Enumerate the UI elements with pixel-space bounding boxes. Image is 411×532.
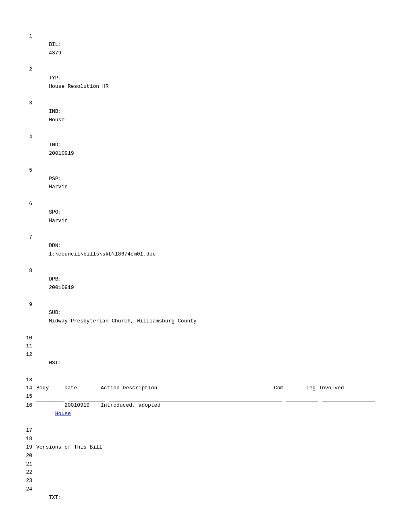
col-header-body: Body [36, 384, 64, 393]
field-label-inb: INB: [49, 108, 65, 116]
line-21: 21 [24, 460, 387, 469]
line-num-1: 1 [24, 32, 36, 41]
line-num-5: 5 [24, 166, 36, 175]
line-4: 4 IND: 20010919 [24, 133, 387, 166]
line-num-12: 12 [24, 351, 36, 359]
field-label-hst: HST: [49, 359, 65, 368]
line-content-7: DDN: l:\council\bills\skb\18674cm01.doc [36, 233, 387, 267]
col-data-action: Introduced, adopted [101, 401, 274, 426]
line-num-6: 6 [24, 200, 36, 208]
field-label-bil: BIL: [49, 41, 65, 49]
line-num-20: 20 [24, 452, 36, 460]
field-value-dpb: 20010919 [49, 285, 74, 291]
line-num-4: 4 [24, 133, 36, 141]
field-value-bil: 4379 [49, 50, 61, 56]
hst-underlines [36, 393, 387, 401]
line-9: 9 SUB: Midway Presbyterian Church, Willi… [24, 301, 387, 334]
underline-body [36, 393, 64, 401]
line-content-12: HST: [36, 351, 387, 376]
field-value-typ: House Resolution HR [49, 83, 108, 89]
col-header-action: Action Description [101, 384, 274, 393]
line-23: 23 [24, 477, 387, 485]
field-value-psp: Harvin [49, 184, 68, 190]
line-content-3: INB: House [36, 99, 387, 133]
line-content-2: TYP: House Resolution HR [36, 66, 387, 99]
field-value-inb: House [49, 117, 64, 123]
line-6: 6 SPO: Harvin [24, 200, 387, 233]
line-20: 20 [24, 452, 387, 460]
col-data-body[interactable]: House [36, 401, 64, 426]
underline-leg [322, 393, 375, 401]
field-label-psp: PSP: [49, 175, 65, 183]
col-header-leg: Leg Involved [306, 384, 359, 393]
line-5: 5 PSP: Harvin [24, 166, 387, 200]
line-num-22: 22 [24, 468, 36, 477]
line-content-6: SPO: Harvin [36, 200, 387, 233]
line-3: 3 INB: House [24, 99, 387, 133]
col-data-com [274, 401, 306, 426]
line-19: 19 Versions of This Bill [24, 443, 387, 452]
col-header-com: Com [274, 384, 306, 393]
field-label-sub: SUB: [49, 309, 65, 317]
col-header-date: Date [64, 384, 101, 393]
line-11: 11 [24, 342, 387, 351]
field-value-spo: Harvin [49, 218, 68, 224]
line-num-2: 2 [24, 66, 36, 74]
field-label-ddn: DDN: [49, 242, 65, 250]
underline-action [109, 393, 282, 401]
hst-header: Body Date Action Description Com Leg Inv… [36, 384, 387, 393]
line-10: 10 [24, 334, 387, 343]
line-content-24: TXT: [36, 485, 387, 510]
line-16: 16 House 20010919 Introduced, adopted [24, 401, 387, 426]
col-data-date: 20010919 [64, 401, 101, 426]
line-18: 18 [24, 435, 387, 443]
hst-data-row: House 20010919 Introduced, adopted [36, 401, 387, 426]
line-1: 1 BIL: 4379 [24, 32, 387, 66]
line-22: 22 [24, 468, 387, 477]
line-num-21: 21 [24, 460, 36, 469]
line-17: 17 [24, 426, 387, 435]
line-num-11: 11 [24, 342, 36, 351]
line-num-23: 23 [24, 477, 36, 485]
line-14: 14 Body Date Action Description Com Leg … [24, 384, 387, 393]
line-num-16: 16 [24, 401, 36, 410]
line-num-9: 9 [24, 301, 36, 309]
line-2: 2 TYP: House Resolution HR [24, 66, 387, 99]
line-content-9: SUB: Midway Presbyterian Church, William… [36, 301, 387, 334]
line-content-1: BIL: 4379 [36, 32, 387, 66]
line-num-18: 18 [24, 435, 36, 443]
line-content-8: DPB: 20010919 [36, 267, 387, 300]
line-num-19: 19 [24, 443, 36, 452]
line-num-10: 10 [24, 334, 36, 343]
line-num-14: 14 [24, 384, 36, 393]
line-num-3: 3 [24, 99, 36, 108]
field-label-spo: SPO: [49, 208, 65, 217]
line-15: 15 [24, 393, 387, 401]
line-num-15: 15 [24, 393, 36, 401]
line-num-13: 13 [24, 376, 36, 384]
line-12: 12 HST: [24, 351, 387, 376]
line-num-8: 8 [24, 267, 36, 275]
field-label-typ: TYP: [49, 74, 65, 83]
line-13: 13 [24, 376, 387, 384]
field-label-txt: TXT: [49, 494, 65, 502]
field-value-sub: Midway Presbyterian Church, Williamsburg… [49, 318, 197, 324]
line-num-24: 24 [24, 485, 36, 494]
versions-label: Versions of This Bill [36, 443, 387, 452]
underline-com [286, 393, 318, 401]
line-num-7: 7 [24, 233, 36, 242]
line-content-5: PSP: Harvin [36, 166, 387, 200]
line-content-4: IND: 20010919 [36, 133, 387, 166]
field-value-ind: 20010919 [49, 150, 74, 156]
field-label-dpb: DPB: [49, 275, 65, 284]
underline-date [68, 393, 105, 401]
line-7: 7 DDN: l:\council\bills\skb\18674cm01.do… [24, 233, 387, 267]
field-value-ddn: l:\council\bills\skb\18674cm01.doc [49, 251, 156, 257]
line-num-17: 17 [24, 426, 36, 435]
col-data-leg [306, 401, 359, 426]
line-24: 24 TXT: [24, 485, 387, 510]
field-label-ind: IND: [49, 141, 65, 150]
line-8: 8 DPB: 20010919 [24, 267, 387, 300]
